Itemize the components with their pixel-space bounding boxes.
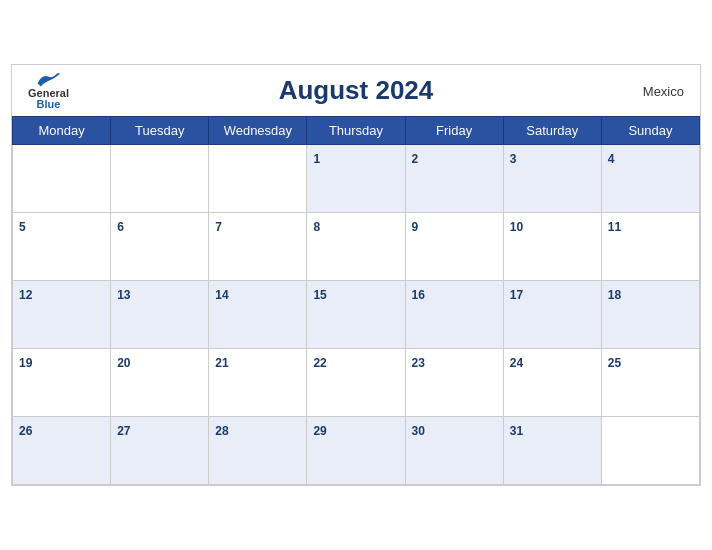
calendar-day-9: 9 (405, 213, 503, 281)
calendar-day-6: 6 (111, 213, 209, 281)
logo-blue-text: Blue (37, 99, 61, 110)
calendar-day-15: 15 (307, 281, 405, 349)
calendar-day-12: 12 (13, 281, 111, 349)
weekday-monday: Monday (13, 117, 111, 145)
calendar-day-24: 24 (503, 349, 601, 417)
calendar-day-27: 27 (111, 417, 209, 485)
calendar-empty-cell (111, 145, 209, 213)
day-number-8: 8 (313, 220, 320, 234)
day-number-15: 15 (313, 288, 326, 302)
calendar-day-11: 11 (601, 213, 699, 281)
calendar-day-13: 13 (111, 281, 209, 349)
day-number-27: 27 (117, 424, 130, 438)
logo-bird-icon (36, 72, 60, 88)
calendar-day-22: 22 (307, 349, 405, 417)
day-number-3: 3 (510, 152, 517, 166)
country-label: Mexico (643, 83, 684, 98)
calendar-day-26: 26 (13, 417, 111, 485)
calendar-day-17: 17 (503, 281, 601, 349)
calendar-title: August 2024 (279, 75, 434, 106)
calendar-day-14: 14 (209, 281, 307, 349)
calendar-day-30: 30 (405, 417, 503, 485)
day-number-14: 14 (215, 288, 228, 302)
day-number-18: 18 (608, 288, 621, 302)
logo: General Blue (28, 72, 69, 110)
day-number-10: 10 (510, 220, 523, 234)
weekday-thursday: Thursday (307, 117, 405, 145)
calendar-day-3: 3 (503, 145, 601, 213)
calendar-table: Monday Tuesday Wednesday Thursday Friday… (12, 116, 700, 485)
day-number-17: 17 (510, 288, 523, 302)
weekday-sunday: Sunday (601, 117, 699, 145)
day-number-2: 2 (412, 152, 419, 166)
day-number-28: 28 (215, 424, 228, 438)
calendar-header: General Blue August 2024 Mexico (12, 65, 700, 116)
weekday-friday: Friday (405, 117, 503, 145)
calendar-empty-cell (13, 145, 111, 213)
day-number-25: 25 (608, 356, 621, 370)
calendar-day-2: 2 (405, 145, 503, 213)
day-number-13: 13 (117, 288, 130, 302)
calendar-day-1: 1 (307, 145, 405, 213)
day-number-11: 11 (608, 220, 621, 234)
day-number-6: 6 (117, 220, 124, 234)
day-number-12: 12 (19, 288, 32, 302)
day-number-26: 26 (19, 424, 32, 438)
weekday-header-row: Monday Tuesday Wednesday Thursday Friday… (13, 117, 700, 145)
day-number-9: 9 (412, 220, 419, 234)
day-number-23: 23 (412, 356, 425, 370)
weekday-tuesday: Tuesday (111, 117, 209, 145)
day-number-5: 5 (19, 220, 26, 234)
day-number-31: 31 (510, 424, 523, 438)
day-number-20: 20 (117, 356, 130, 370)
calendar-week-4: 19202122232425 (13, 349, 700, 417)
calendar-day-10: 10 (503, 213, 601, 281)
calendar-empty-cell (209, 145, 307, 213)
calendar-day-19: 19 (13, 349, 111, 417)
day-number-1: 1 (313, 152, 320, 166)
calendar-day-8: 8 (307, 213, 405, 281)
weekday-saturday: Saturday (503, 117, 601, 145)
day-number-21: 21 (215, 356, 228, 370)
day-number-19: 19 (19, 356, 32, 370)
calendar-week-5: 262728293031 (13, 417, 700, 485)
calendar-week-1: 1234 (13, 145, 700, 213)
calendar-day-20: 20 (111, 349, 209, 417)
calendar-day-18: 18 (601, 281, 699, 349)
calendar-day-16: 16 (405, 281, 503, 349)
calendar-week-3: 12131415161718 (13, 281, 700, 349)
calendar-day-23: 23 (405, 349, 503, 417)
calendar-day-29: 29 (307, 417, 405, 485)
day-number-4: 4 (608, 152, 615, 166)
calendar-day-7: 7 (209, 213, 307, 281)
calendar-day-4: 4 (601, 145, 699, 213)
calendar-empty-cell (601, 417, 699, 485)
day-number-7: 7 (215, 220, 222, 234)
calendar-day-5: 5 (13, 213, 111, 281)
day-number-22: 22 (313, 356, 326, 370)
day-number-24: 24 (510, 356, 523, 370)
day-number-16: 16 (412, 288, 425, 302)
calendar-day-28: 28 (209, 417, 307, 485)
weekday-wednesday: Wednesday (209, 117, 307, 145)
day-number-30: 30 (412, 424, 425, 438)
calendar-week-2: 567891011 (13, 213, 700, 281)
calendar-day-21: 21 (209, 349, 307, 417)
day-number-29: 29 (313, 424, 326, 438)
calendar-day-25: 25 (601, 349, 699, 417)
calendar-container: General Blue August 2024 Mexico Monday T… (11, 64, 701, 486)
calendar-day-31: 31 (503, 417, 601, 485)
